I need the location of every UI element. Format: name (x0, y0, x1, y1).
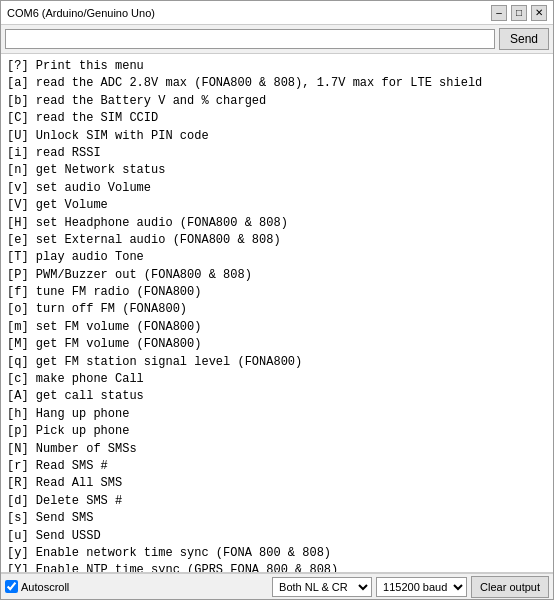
console-line: [H] set Headphone audio (FONA800 & 808) (7, 215, 547, 232)
console-line: [o] turn off FM (FONA800) (7, 301, 547, 318)
console-line: [C] read the SIM CCID (7, 110, 547, 127)
console-line: [d] Delete SMS # (7, 493, 547, 510)
send-button[interactable]: Send (499, 28, 549, 50)
clear-output-button[interactable]: Clear output (471, 576, 549, 598)
console-line: [T] play audio Tone (7, 249, 547, 266)
console-line: [P] PWM/Buzzer out (FONA800 & 808) (7, 267, 547, 284)
console-line: [y] Enable network time sync (FONA 800 &… (7, 545, 547, 562)
console-line: [q] get FM station signal level (FONA800… (7, 354, 547, 371)
console-line: [f] tune FM radio (FONA800) (7, 284, 547, 301)
close-button[interactable]: ✕ (531, 5, 547, 21)
toolbar: Send (1, 25, 553, 54)
console-line: [m] set FM volume (FONA800) (7, 319, 547, 336)
console-line: [p] Pick up phone (7, 423, 547, 440)
main-window: COM6 (Arduino/Genuino Uno) – □ ✕ Send [?… (0, 0, 554, 600)
autoscroll-checkbox[interactable] (5, 580, 18, 593)
console-line: [Y] Enable NTP time sync (GPRS FONA 800 … (7, 562, 547, 573)
console-line: [u] Send USSD (7, 528, 547, 545)
console-line: [A] get call status (7, 388, 547, 405)
console-line: [s] Send SMS (7, 510, 547, 527)
maximize-button[interactable]: □ (511, 5, 527, 21)
line-ending-select[interactable]: No line endingNewlineCarriage returnBoth… (272, 577, 372, 597)
console-line: [e] set External audio (FONA800 & 808) (7, 232, 547, 249)
console-line: [R] Read All SMS (7, 475, 547, 492)
status-bar: Autoscroll No line endingNewlineCarriage… (1, 573, 553, 599)
title-bar: COM6 (Arduino/Genuino Uno) – □ ✕ (1, 1, 553, 25)
minimize-button[interactable]: – (491, 5, 507, 21)
console-line: [i] read RSSI (7, 145, 547, 162)
console-line: [V] get Volume (7, 197, 547, 214)
window-title: COM6 (Arduino/Genuino Uno) (7, 7, 155, 19)
console-line: [?] Print this menu (7, 58, 547, 75)
baud-rate-select[interactable]: 300 baud1200 baud2400 baud4800 baud9600 … (376, 577, 467, 597)
console-line: [N] Number of SMSs (7, 441, 547, 458)
console-line: [n] get Network status (7, 162, 547, 179)
window-controls: – □ ✕ (491, 5, 547, 21)
console-output: [?] Print this menu[a] read the ADC 2.8V… (1, 54, 553, 573)
console-line: [U] Unlock SIM with PIN code (7, 128, 547, 145)
console-line: [r] Read SMS # (7, 458, 547, 475)
console-line: [M] get FM volume (FONA800) (7, 336, 547, 353)
console-line: [h] Hang up phone (7, 406, 547, 423)
console-line: [v] set audio Volume (7, 180, 547, 197)
autoscroll-container: Autoscroll (5, 580, 69, 593)
autoscroll-label: Autoscroll (21, 581, 69, 593)
console-line: [c] make phone Call (7, 371, 547, 388)
console-line: [a] read the ADC 2.8V max (FONA800 & 808… (7, 75, 547, 92)
command-input[interactable] (5, 29, 495, 49)
console-line: [b] read the Battery V and % charged (7, 93, 547, 110)
